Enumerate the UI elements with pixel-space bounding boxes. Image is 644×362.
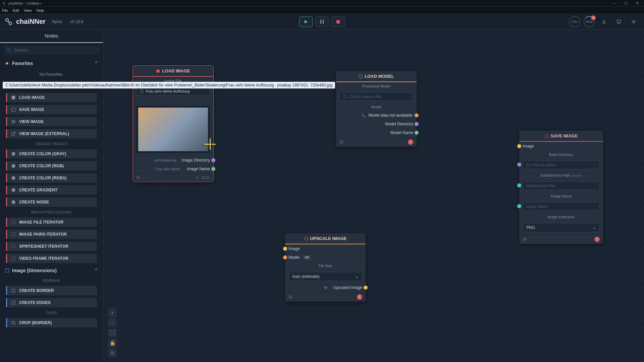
stop-button[interactable]	[331, 16, 345, 27]
node-item-create-color-rgba[interactable]: CREATE COLOR (RGBA)	[6, 173, 97, 183]
port-in[interactable]	[517, 204, 521, 208]
play-icon[interactable]	[136, 176, 140, 180]
ram-metric[interactable]: RAM2	[584, 16, 595, 27]
canvas[interactable]: LOAD IMAGE Image File Frau sehr kleine A…	[103, 29, 644, 362]
export-view-button[interactable]: ⎘	[108, 349, 117, 357]
preview-thumb	[138, 108, 208, 151]
warning-icon[interactable]: !	[594, 237, 600, 242]
node-item-spritesheet-iterator[interactable]: SPRITESHEET ITERATOR	[6, 242, 97, 251]
maximize-button[interactable]: ▢	[623, 1, 629, 6]
sidebar: Nodes Favorites ⌃ No Favorites. Image ⌃ …	[0, 29, 103, 362]
play-icon[interactable]	[288, 295, 292, 299]
menu-file[interactable]: File	[2, 8, 8, 12]
run-button[interactable]	[299, 16, 313, 27]
settings-button[interactable]	[628, 16, 639, 27]
node-item-create-edges[interactable]: CREATE EDGES	[6, 298, 97, 307]
zoom-out-button[interactable]: −	[108, 318, 117, 327]
model-file-input[interactable]: Click to select a file...	[339, 92, 413, 101]
edges-icon	[11, 300, 16, 305]
subheading-crop: CROP	[0, 309, 103, 317]
cpu-metric[interactable]: CPU	[569, 16, 580, 27]
svg-point-9	[7, 48, 10, 51]
node-upscale-image[interactable]: UPSCALE IMAGE Image Model SR Tile Size A…	[285, 233, 366, 302]
node-save-image[interactable]: SAVE IMAGE Image Base Directory Click to…	[519, 131, 603, 244]
node-item-view-image[interactable]: VIEW IMAGE	[6, 117, 97, 126]
port-in[interactable]	[283, 247, 287, 251]
zoom-in-button[interactable]: +	[108, 308, 117, 317]
port-out[interactable]	[415, 131, 419, 135]
image-name-input[interactable]: Image Name	[523, 202, 600, 211]
tile-select[interactable]: Auto (estimate) ⌄	[288, 272, 362, 281]
square-icon	[11, 164, 16, 168]
node-sub-label: Pretrained Model	[336, 82, 417, 90]
port-in[interactable]	[517, 183, 521, 187]
file-icon	[140, 89, 144, 93]
play-icon[interactable]	[339, 140, 343, 144]
node-item-create-noise[interactable]: CREATE NOISE	[6, 197, 97, 207]
model-tag: SR	[304, 255, 311, 259]
node-item-image-pairs-iterator[interactable]: IMAGE PAIRS ITERATOR	[6, 230, 97, 239]
node-item-create-color-gray[interactable]: CREATE COLOR (GRAY)	[6, 149, 97, 159]
top-toolbar: chaiNNer Alpha v0.18.6 CPU RAM2	[0, 14, 644, 29]
ext-select[interactable]: PNG ⌄	[523, 223, 600, 232]
port-in[interactable]	[517, 163, 521, 167]
node-item-crop-border[interactable]: CROP (BORDER)	[6, 318, 97, 327]
svg-rect-15	[12, 176, 15, 179]
section-image-dimensions[interactable]: Image (Dimensions) ⌃	[0, 264, 103, 277]
pause-button[interactable]	[315, 16, 329, 27]
brand-version: v0.18.6	[70, 19, 83, 24]
input-image: Image	[285, 244, 366, 253]
node-item-create-border[interactable]: CREATE BORDER	[6, 286, 97, 295]
node-item-save-image[interactable]: SAVE IMAGE	[6, 105, 97, 114]
output-model-name: Model Name	[336, 128, 417, 137]
menu-view[interactable]: View	[24, 8, 32, 12]
play-icon[interactable]	[523, 237, 527, 241]
export-button[interactable]	[613, 16, 625, 27]
port-in[interactable]	[517, 144, 521, 148]
app-icon	[2, 1, 6, 5]
node-item-create-color-rgb[interactable]: CREATE COLOR (RGB)	[6, 161, 97, 171]
port-out[interactable]	[415, 113, 419, 117]
svg-rect-24	[12, 301, 15, 304]
port-out[interactable]	[415, 122, 419, 126]
node-load-model[interactable]: LOAD MODEL Pretrained Model Click to sel…	[336, 71, 417, 147]
close-button[interactable]: ✕	[635, 1, 640, 6]
base-dir-input[interactable]: Click to select...	[523, 161, 600, 169]
node-item-view-image-external[interactable]: VIEW IMAGE (EXTERNAL)	[6, 129, 97, 138]
menu-help[interactable]: Help	[36, 8, 44, 12]
right-tools: CPU RAM2	[569, 16, 639, 27]
warning-icon[interactable]: !	[357, 294, 362, 300]
chevron-up-icon: ⌃	[94, 268, 98, 273]
tab-nodes[interactable]: Nodes	[0, 29, 103, 43]
warning-icon[interactable]: !	[408, 139, 413, 145]
tile-label: Tile Size	[285, 262, 366, 270]
eye-icon[interactable]	[324, 286, 328, 290]
lock-button[interactable]: 🔒	[108, 339, 117, 347]
fit-view-button[interactable]: ⛶	[108, 328, 117, 337]
section-favorites[interactable]: Favorites ⌃	[0, 57, 103, 69]
menu-edit[interactable]: Edit	[13, 8, 19, 12]
svg-rect-14	[12, 164, 15, 167]
port-out[interactable]	[364, 286, 368, 290]
node-item-create-gradient[interactable]: CREATE GRADIENT	[6, 185, 97, 195]
svg-rect-6	[336, 20, 340, 23]
svg-rect-19	[12, 233, 15, 236]
node-item-load-image[interactable]: LOAD IMAGE	[6, 93, 97, 102]
search-box[interactable]	[3, 46, 100, 55]
minimize-button[interactable]: ─	[612, 1, 617, 6]
download-button[interactable]	[598, 16, 610, 27]
base-dir-label: Base Directory	[519, 150, 603, 159]
eye-off-icon[interactable]	[362, 113, 366, 117]
iterator-icon	[11, 256, 16, 261]
node-item-image-file-iterator[interactable]: IMAGE FILE ITERATOR	[6, 218, 97, 227]
port-out[interactable]	[211, 158, 215, 162]
svg-rect-20	[12, 245, 15, 248]
port-in[interactable]	[283, 255, 287, 259]
subdir-input[interactable]: Subdirectory Path	[523, 181, 600, 190]
node-item-video-frame-iterator[interactable]: VIDEO FRAME ITERATOR	[6, 254, 97, 263]
port-out[interactable]	[211, 167, 215, 171]
crop-icon	[11, 320, 16, 325]
output-model-directory: Model Directory	[336, 120, 417, 128]
search-input[interactable]	[14, 48, 96, 53]
favorites-empty: No Favorites.	[0, 69, 103, 79]
